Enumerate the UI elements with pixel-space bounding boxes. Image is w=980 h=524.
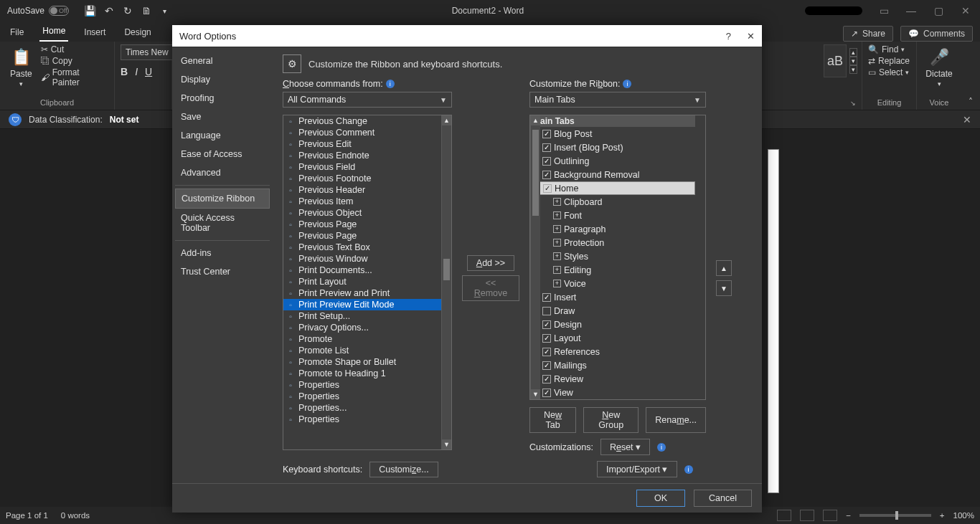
expand-icon[interactable]: + <box>553 211 561 219</box>
commands-listbox[interactable]: ▫Previous Change▫Previous Comment▫Previo… <box>283 115 452 450</box>
styles-down-icon[interactable]: ▾ <box>849 57 857 65</box>
command-item[interactable]: ▫Promote List <box>283 345 441 356</box>
sidebar-item-proofing[interactable]: Proofing <box>175 89 270 108</box>
tree-node[interactable]: +Insert <box>530 290 695 304</box>
cancel-button[interactable]: Cancel <box>694 490 752 507</box>
command-item[interactable]: ▫Previous Edit <box>283 138 441 150</box>
tree-node[interactable]: +Paragraph <box>530 222 695 236</box>
styles-more-icon[interactable]: ▾ <box>849 65 857 74</box>
command-item[interactable]: ▫Previous Page <box>283 219 441 230</box>
checkbox[interactable] <box>542 143 551 152</box>
command-item[interactable]: ▫Print Setup... <box>283 310 441 322</box>
tab-file[interactable]: File <box>7 24 27 42</box>
scrollbar[interactable]: ▲ ▼ <box>530 115 540 399</box>
tree-node[interactable]: +Outlining <box>530 154 695 168</box>
add-button[interactable]: Add >> <box>467 255 514 271</box>
scroll-up-icon[interactable]: ▲ <box>442 115 451 125</box>
underline-button[interactable]: U <box>145 66 152 77</box>
zoom-in-icon[interactable]: + <box>940 511 945 520</box>
close-icon[interactable]: ✕ <box>960 6 971 15</box>
ribbon-tree[interactable]: Main Tabs+Blog Post+Insert (Blog Post)+O… <box>529 115 706 400</box>
command-item[interactable]: ▫Previous Text Box <box>283 242 441 253</box>
expand-icon[interactable]: + <box>553 239 561 247</box>
undo-icon[interactable]: ↶ <box>103 5 115 16</box>
tree-node[interactable]: +Styles <box>530 249 695 263</box>
info-icon[interactable]: i <box>657 443 666 452</box>
format-painter-button[interactable]: 🖌Format Painter <box>41 67 108 87</box>
dialog-close-icon[interactable]: ✕ <box>747 31 755 42</box>
checkbox[interactable] <box>542 130 551 138</box>
checkbox[interactable] <box>542 320 551 329</box>
comments-button[interactable]: 💬 Comments <box>900 26 973 42</box>
cut-button[interactable]: ✂Cut <box>41 44 108 54</box>
save-icon[interactable]: 💾 <box>85 5 96 16</box>
expand-icon[interactable]: + <box>553 225 561 233</box>
customize-ribbon-combo[interactable]: Main Tabs ▼ <box>529 92 706 108</box>
info-icon[interactable]: i <box>623 80 631 88</box>
tree-node[interactable]: +Design <box>530 318 695 331</box>
command-item[interactable]: ▫Previous Comment <box>283 127 441 138</box>
new-group-button[interactable]: New Group <box>583 407 639 433</box>
help-icon[interactable]: ? <box>726 31 731 42</box>
replace-button[interactable]: ⇄Replace <box>868 56 910 66</box>
scrollbar[interactable]: ▲ ▼ <box>441 115 451 449</box>
page-indicator[interactable]: Page 1 of 1 <box>6 511 48 520</box>
tree-node[interactable]: +Font <box>530 209 695 222</box>
reset-button[interactable]: Reset ▾ <box>600 439 650 455</box>
tree-node[interactable]: +Blog Post <box>530 127 695 140</box>
tree-node[interactable]: +Editing <box>530 263 695 277</box>
customize-keyboard-button[interactable]: Customize... <box>369 462 438 477</box>
info-icon[interactable]: i <box>386 80 395 88</box>
new-tab-button[interactable]: New Tab <box>529 407 576 433</box>
remove-button[interactable]: << Remove <box>462 275 519 301</box>
command-item[interactable]: ▫Properties <box>283 379 441 391</box>
scroll-down-icon[interactable]: ▼ <box>531 389 540 399</box>
tab-design[interactable]: Design <box>121 24 154 42</box>
tree-node[interactable]: +View <box>530 386 695 399</box>
document-page[interactable] <box>768 149 779 493</box>
scroll-thumb[interactable] <box>532 130 539 216</box>
close-bar-icon[interactable]: ✕ <box>963 114 971 125</box>
checkbox[interactable] <box>543 184 552 193</box>
checkbox[interactable] <box>542 157 551 166</box>
command-item[interactable]: ▫Previous Object <box>283 207 441 219</box>
sidebar-item-advanced[interactable]: Advanced <box>175 163 270 182</box>
command-item[interactable]: ▫Previous Item <box>283 196 441 207</box>
checkbox[interactable] <box>542 375 551 384</box>
maximize-icon[interactable]: ▢ <box>933 6 944 15</box>
command-item[interactable]: ▫Previous Endnote <box>283 150 441 161</box>
info-icon[interactable]: i <box>684 465 693 474</box>
autosave-toggle[interactable] <box>49 6 69 16</box>
scroll-down-icon[interactable]: ▼ <box>442 439 451 449</box>
sidebar-item-addins[interactable]: Add-ins <box>175 244 270 262</box>
command-item[interactable]: ▫Print Preview Edit Mode <box>283 299 441 310</box>
command-item[interactable]: ▫Previous Change <box>283 115 441 127</box>
zoom-slider[interactable] <box>859 514 931 517</box>
checkbox[interactable] <box>542 171 551 179</box>
command-item[interactable]: ▫Promote Shape or Bullet <box>283 356 441 368</box>
scroll-thumb[interactable] <box>443 259 450 280</box>
command-item[interactable]: ▫Previous Field <box>283 161 441 173</box>
word-count[interactable]: 0 words <box>61 511 90 520</box>
sidebar-item-language[interactable]: Language <box>175 126 270 145</box>
tree-node[interactable]: +Layout <box>530 331 695 345</box>
command-item[interactable]: ▫Previous Footnote <box>283 173 441 184</box>
read-mode-icon[interactable] <box>777 510 791 521</box>
italic-button[interactable]: I <box>135 66 138 77</box>
tree-node[interactable]: +Clipboard <box>530 195 695 209</box>
ok-button[interactable]: OK <box>636 490 685 507</box>
expand-icon[interactable]: + <box>553 198 561 206</box>
styles-up-icon[interactable]: ▴ <box>849 48 857 57</box>
redo-icon[interactable]: ↻ <box>122 5 133 16</box>
dialog-launcher-icon[interactable]: ↘ <box>850 100 856 107</box>
zoom-value[interactable]: 100% <box>953 511 974 520</box>
command-item[interactable]: ▫Properties <box>283 414 441 425</box>
move-up-button[interactable]: ▲ <box>716 260 732 276</box>
command-item[interactable]: ▫Print Layout <box>283 276 441 287</box>
scroll-up-icon[interactable]: ▲ <box>531 115 540 125</box>
paste-button[interactable]: 📋 Paste ▾ <box>6 44 37 90</box>
bold-button[interactable]: B <box>121 66 128 77</box>
font-name-combo[interactable]: Times New <box>121 44 178 60</box>
ribbon-display-icon[interactable]: ▭ <box>878 6 890 15</box>
sidebar-item-save[interactable]: Save <box>175 108 270 126</box>
